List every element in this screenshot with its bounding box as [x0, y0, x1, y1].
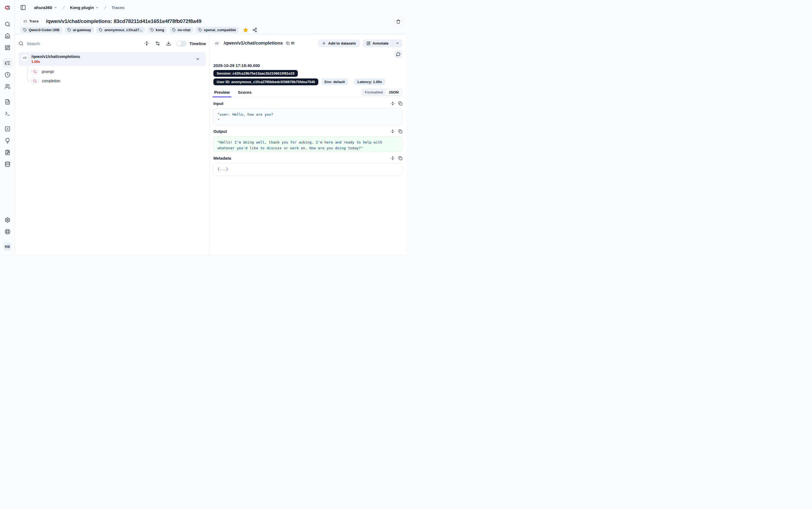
sidebar-toggle-icon[interactable]: [19, 4, 27, 12]
tag-pill[interactable]: anonymous_c1fca27...: [96, 27, 145, 33]
format-option-json[interactable]: JSON: [385, 89, 402, 95]
tag-pill[interactable]: openai_compatible: [196, 27, 239, 33]
event-icon: [31, 68, 38, 75]
pen-square-icon: [366, 41, 370, 45]
tag-pill[interactable]: ai-gateway: [65, 27, 94, 33]
latency-badge: Latency: 1.00s: [354, 78, 385, 85]
observation-row-completion[interactable]: completion: [19, 76, 206, 86]
tags-row: Qwen3-Coder:30B ai-gateway anonymous_c1f…: [21, 27, 406, 33]
tag-icon: [172, 28, 176, 32]
input-content[interactable]: "user: Hello, how are you? ": [213, 108, 402, 125]
home-icon[interactable]: [2, 31, 12, 40]
delete-trace-button[interactable]: [394, 17, 403, 26]
trace-timestamp: 2025-10-29 17:18:40.000: [213, 63, 402, 68]
search-input[interactable]: [27, 41, 87, 46]
output-content[interactable]: "Hello! I'm doing well, thank you for as…: [213, 136, 402, 152]
observation-row-prompt[interactable]: prompt: [19, 67, 206, 76]
user-id-badge[interactable]: User ID: anonymous_c1fca2795bbedc5f36678…: [213, 78, 318, 85]
project-name: ahura360: [34, 5, 52, 10]
trace-detail-panel: /qwen/v1/chat/completions ID Add to data…: [210, 35, 406, 254]
playground-icon[interactable]: [2, 109, 12, 118]
add-to-datasets-button[interactable]: Add to datasets: [318, 39, 360, 47]
sidebar-nav: [2, 20, 12, 171]
support-lifebuoy-icon[interactable]: [2, 227, 12, 236]
settings-gear-icon[interactable]: [2, 215, 12, 225]
breadcrumb-section[interactable]: Kong plugin: [70, 5, 99, 10]
env-badge: Env: default: [321, 78, 348, 85]
users-icon[interactable]: [2, 82, 12, 91]
chevron-down-icon: [54, 6, 58, 9]
tag-label: anonymous_c1fca27...: [104, 28, 142, 32]
breadcrumb-project[interactable]: ahura360: [34, 5, 58, 10]
annotate-caret-icon[interactable]: [393, 39, 402, 47]
section-name: Kong plugin: [70, 5, 94, 10]
copy-icon[interactable]: [398, 101, 402, 105]
observation-name: prompt: [42, 69, 54, 74]
input-line: "user: Hello, how are you?: [218, 111, 398, 117]
collapse-all-icon[interactable]: [143, 40, 151, 47]
tag-label: Qwen3-Coder:30B: [29, 28, 60, 32]
copy-icon[interactable]: [398, 156, 402, 160]
tracing-icon[interactable]: [2, 58, 12, 68]
plus-icon: [322, 41, 326, 45]
lightbulb-icon[interactable]: [2, 136, 12, 145]
timeline-toggle[interactable]: [176, 41, 187, 46]
chevron-down-icon[interactable]: [196, 57, 200, 61]
format-option-formatted[interactable]: Formatted: [362, 90, 385, 95]
search-icon: [19, 41, 24, 46]
trace-tree-root-row[interactable]: /qwen/v1/chat/completions 1.00s: [19, 52, 206, 66]
content: Timeline /qwen/v1/chat/completions 1.00s…: [15, 35, 406, 254]
annotation-queues-icon[interactable]: [2, 147, 12, 157]
evaluations-icon[interactable]: [2, 124, 12, 133]
dashboards-icon[interactable]: [2, 43, 12, 52]
org-logo[interactable]: [0, 0, 15, 15]
view-settings-icon[interactable]: [154, 40, 161, 47]
copy-icon[interactable]: [398, 129, 402, 133]
sidebar-bottom: RB: [2, 215, 12, 254]
trace-type-label: Trace: [29, 19, 39, 23]
breadcrumb-page[interactable]: Traces: [111, 5, 124, 10]
user-avatar[interactable]: RB: [3, 242, 11, 251]
download-icon[interactable]: [165, 40, 173, 47]
chevron-down-icon: [95, 6, 99, 9]
tag-pill[interactable]: no-chat: [170, 27, 193, 33]
sidebar: RB: [0, 0, 15, 254]
trace-title: /qwen/v1/chat/completions: 83cd78211d41e…: [46, 18, 201, 24]
breadcrumb: ahura360 Kong plugin Traces: [34, 5, 124, 10]
sessions-icon[interactable]: [2, 70, 12, 79]
annotate-button[interactable]: Annotate: [363, 39, 393, 47]
bookmark-star-icon[interactable]: [243, 27, 248, 33]
copy-icon: [286, 41, 290, 45]
list-tree-icon: [24, 20, 27, 23]
session-badge[interactable]: Session: c42fca19b75e13aac2b2106610f81e3…: [213, 70, 298, 77]
output-section-title: Output: [213, 129, 227, 134]
tag-pill[interactable]: kong: [148, 27, 167, 33]
collapse-icon[interactable]: [391, 101, 395, 105]
metadata-content[interactable]: {...}: [213, 163, 402, 176]
detail-title: /qwen/v1/chat/completions: [224, 40, 283, 46]
tab-preview[interactable]: Preview: [213, 90, 231, 97]
search-nav-icon[interactable]: [2, 20, 12, 29]
share-icon[interactable]: [253, 28, 257, 32]
tag-icon: [150, 28, 154, 32]
tag-pill[interactable]: Qwen3-Coder:30B: [21, 27, 62, 33]
datasets-icon[interactable]: [2, 159, 12, 169]
tag-label: kong: [156, 28, 164, 32]
tag-icon: [68, 28, 71, 32]
trace-node-name: /qwen/v1/chat/completions: [31, 55, 80, 59]
tag-icon: [198, 28, 202, 32]
comments-button[interactable]: [394, 50, 402, 58]
timeline-label: Timeline: [189, 41, 206, 46]
copy-id-button[interactable]: ID: [286, 41, 294, 45]
collapse-icon[interactable]: [391, 156, 395, 160]
topbar: ahura360 Kong plugin Traces: [15, 0, 406, 15]
breadcrumb-slash: [103, 5, 108, 10]
trace-type-badge: Trace: [21, 18, 41, 25]
input-section-title: Input: [213, 101, 223, 106]
trash-icon: [396, 20, 401, 24]
annotate-label: Annotate: [373, 41, 389, 45]
prompts-icon[interactable]: [2, 97, 12, 106]
tab-scores[interactable]: Scores: [237, 90, 253, 97]
breadcrumb-slash: [61, 5, 66, 10]
collapse-icon[interactable]: [391, 129, 395, 133]
